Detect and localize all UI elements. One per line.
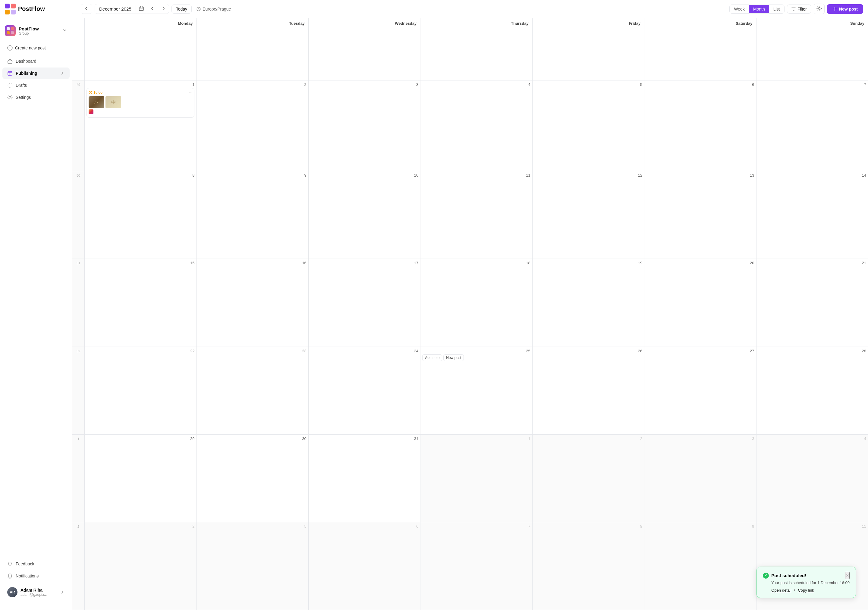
- day-cell-jan-5[interactable]: 5: [196, 522, 308, 610]
- logo-area: PostFlow: [5, 4, 77, 14]
- clock-small-icon: [88, 91, 92, 94]
- day-cell-jan-3[interactable]: 3: [644, 435, 756, 522]
- day-cell-dec-6[interactable]: 6: [644, 81, 756, 171]
- day-cell-dec-3[interactable]: 3: [308, 81, 420, 171]
- day-cell-jan-7[interactable]: 7: [420, 522, 532, 610]
- day-cell-jan-4[interactable]: 4: [756, 435, 868, 522]
- sidebar-item-publishing[interactable]: Publishing: [2, 68, 70, 79]
- day-cell-jan-1[interactable]: 1: [420, 435, 532, 522]
- post-card-dec-1[interactable]: 16:00 ···: [87, 88, 194, 118]
- day-cell-dec-1[interactable]: 1 16:00 ···: [84, 81, 196, 171]
- settings-icon: [7, 94, 12, 100]
- day-cell-dec-20[interactable]: 20: [644, 259, 756, 347]
- toast-open-detail-link[interactable]: Open detail: [771, 588, 792, 593]
- week-view-button[interactable]: Week: [730, 5, 749, 13]
- toast-close-button[interactable]: ×: [845, 572, 849, 579]
- today-button[interactable]: Today: [172, 5, 192, 14]
- day-cell-dec-24[interactable]: 24: [308, 347, 420, 435]
- day-cell-dec-21[interactable]: 21: [756, 259, 868, 347]
- week-num-50: 50: [72, 171, 84, 259]
- prev-chevron-icon: [150, 6, 155, 11]
- toast-copy-link[interactable]: Copy link: [798, 588, 814, 593]
- day-cell-dec-15[interactable]: 15: [84, 259, 196, 347]
- day-cell-dec-13[interactable]: 13: [644, 171, 756, 259]
- add-note-button[interactable]: Add note: [422, 355, 442, 361]
- post-social-icons: [88, 109, 192, 115]
- month-view-button[interactable]: Month: [749, 5, 769, 13]
- day-cell-jan-5b[interactable]: 2: [84, 522, 196, 610]
- sidebar-item-drafts[interactable]: Drafts: [2, 80, 70, 91]
- filter-button[interactable]: Filter: [787, 5, 811, 14]
- svg-point-16: [9, 96, 11, 98]
- day-header-monday: Monday: [84, 18, 196, 81]
- post-more-button[interactable]: ···: [189, 90, 192, 95]
- day-cell-dec-19[interactable]: 19: [532, 259, 644, 347]
- day-cell-dec-7[interactable]: 7: [756, 81, 868, 171]
- sidebar-item-dashboard[interactable]: Dashboard: [2, 56, 70, 67]
- list-view-button[interactable]: List: [769, 5, 784, 13]
- day-cell-dec-23[interactable]: 23: [196, 347, 308, 435]
- day-cell-dec-25[interactable]: 25 Add note New post: [420, 347, 532, 435]
- sidebar-item-publishing-label: Publishing: [16, 71, 37, 76]
- day-cell-jan-8[interactable]: 8: [532, 522, 644, 610]
- day-cell-dec-5[interactable]: 5: [532, 81, 644, 171]
- day-cell-dec-12[interactable]: 12: [532, 171, 644, 259]
- notifications-button[interactable]: Notifications: [5, 570, 67, 582]
- day-cell-dec-27[interactable]: 27: [644, 347, 756, 435]
- sidebar-item-dashboard-label: Dashboard: [16, 59, 36, 63]
- sidebar-item-settings[interactable]: Settings: [2, 91, 70, 103]
- day-cell-dec-14[interactable]: 14: [756, 171, 868, 259]
- day-cell-jan-2[interactable]: 2: [532, 435, 644, 522]
- circle-dashed-icon: [7, 82, 12, 88]
- publishing-chevron-icon: [60, 71, 65, 76]
- day-cell-dec-29[interactable]: 29: [84, 435, 196, 522]
- post-image-1: [88, 96, 104, 108]
- day-cell-dec-10[interactable]: 10: [308, 171, 420, 259]
- week-num-49: 49: [72, 81, 84, 171]
- day-cell-dec-11[interactable]: 11: [420, 171, 532, 259]
- workspace-chevron-icon[interactable]: [62, 28, 67, 34]
- date-display: December 2025: [95, 5, 136, 13]
- day-cell-dec-2[interactable]: 2: [196, 81, 308, 171]
- prev-month-button[interactable]: [147, 4, 158, 14]
- user-name: Adam Riha: [20, 588, 47, 593]
- day-cell-dec-17[interactable]: 17: [308, 259, 420, 347]
- day-cell-dec-22[interactable]: 22: [84, 347, 196, 435]
- day-cell-dec-4[interactable]: 4: [420, 81, 532, 171]
- back-nav-button[interactable]: [81, 4, 92, 14]
- workspace-header: PostFlow Group: [0, 23, 72, 41]
- workspace-avatar: [5, 25, 16, 36]
- create-new-post-button[interactable]: Create new post: [2, 42, 70, 54]
- workspace-info: PostFlow Group: [5, 25, 39, 36]
- plus-icon: [832, 7, 837, 11]
- day-cell-dec-8[interactable]: 8: [84, 171, 196, 259]
- plus-circle-icon: [7, 45, 12, 51]
- day-cell-jan-6[interactable]: 6: [308, 522, 420, 610]
- day-cell-dec-31[interactable]: 31: [308, 435, 420, 522]
- week-num-2: 2: [72, 522, 84, 610]
- new-post-day-button[interactable]: New post: [443, 355, 464, 361]
- toast-body: Your post is scheduled for 1 December 16…: [763, 581, 849, 585]
- svg-point-15: [8, 83, 12, 87]
- sidebar-item-drafts-label: Drafts: [16, 83, 27, 88]
- filter-icon: [792, 7, 796, 11]
- day-cell-dec-28[interactable]: 28: [756, 347, 868, 435]
- feedback-button[interactable]: Feedback: [5, 558, 67, 570]
- header-controls: December 2025 Today Europe/Prague Week M…: [81, 4, 863, 14]
- day-cell-dec-16[interactable]: 16: [196, 259, 308, 347]
- calendar-picker-button[interactable]: [136, 4, 147, 14]
- day-cell-dec-26[interactable]: 26: [532, 347, 644, 435]
- svg-rect-8: [11, 27, 14, 30]
- user-profile[interactable]: AR Adam Riha adam@gaupi.cz: [5, 584, 67, 600]
- svg-rect-3: [11, 10, 16, 14]
- week-num-51: 51: [72, 259, 84, 347]
- day-cell-dec-18[interactable]: 18: [420, 259, 532, 347]
- settings-button[interactable]: [814, 4, 825, 14]
- day-cell-jan-9[interactable]: 9: [644, 522, 756, 610]
- svg-rect-10: [11, 31, 14, 34]
- day-cell-dec-30[interactable]: 30: [196, 435, 308, 522]
- week-num-1: 1: [72, 435, 84, 522]
- next-month-button[interactable]: [158, 4, 169, 14]
- day-cell-dec-9[interactable]: 9: [196, 171, 308, 259]
- new-post-button[interactable]: New post: [827, 4, 863, 14]
